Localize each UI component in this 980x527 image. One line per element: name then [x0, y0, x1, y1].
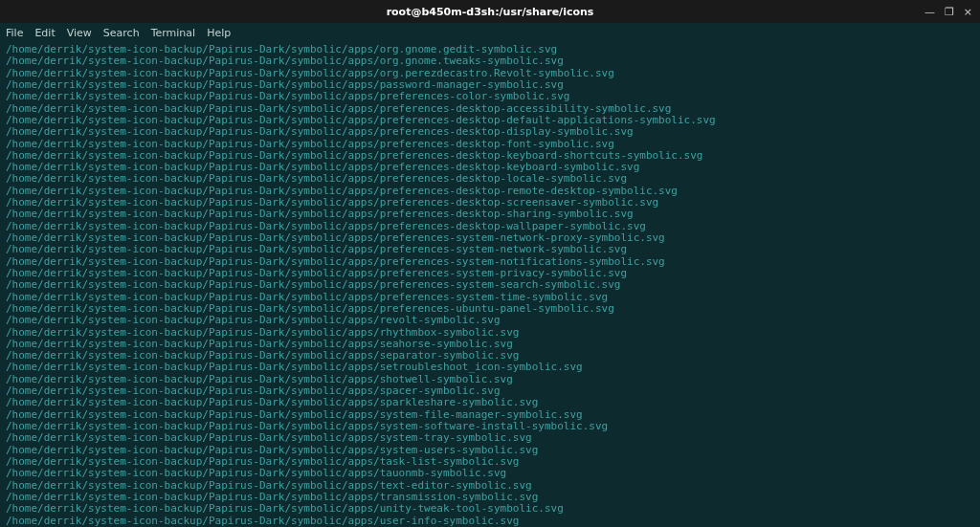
terminal-line: /home/derrik/system-icon-backup/Papirus-…	[6, 209, 974, 220]
terminal-line: /home/derrik/system-icon-backup/Papirus-…	[6, 503, 974, 515]
terminal-line: /home/derrik/system-icon-backup/Papirus-…	[6, 397, 974, 408]
terminal-line: /home/derrik/system-icon-backup/Papirus-…	[6, 139, 974, 150]
terminal-line: /home/derrik/system-icon-backup/Papirus-…	[6, 55, 974, 67]
terminal-line: /home/derrik/system-icon-backup/Papirus-…	[6, 315, 974, 326]
terminal-line: /home/derrik/system-icon-backup/Papirus-…	[6, 327, 974, 339]
terminal-line: /home/derrik/system-icon-backup/Papirus-…	[6, 362, 974, 373]
minimize-button[interactable]: —	[924, 6, 935, 18]
terminal-line: /home/derrik/system-icon-backup/Papirus-…	[6, 126, 974, 138]
terminal-output[interactable]: /home/derrik/system-icon-backup/Papirus-…	[0, 42, 980, 527]
menu-terminal[interactable]: Terminal	[151, 27, 196, 39]
terminal-line: /home/derrik/system-icon-backup/Papirus-…	[6, 173, 974, 185]
menubar: File Edit View Search Terminal Help	[0, 23, 980, 42]
close-button[interactable]: ×	[964, 6, 972, 18]
terminal-line: /home/derrik/system-icon-backup/Papirus-…	[6, 432, 974, 444]
menu-view[interactable]: View	[67, 27, 92, 39]
menu-edit[interactable]: Edit	[34, 27, 55, 39]
titlebar: root@b450m-d3sh:/usr/share/icons — ❐ ×	[0, 0, 980, 23]
terminal-line: /home/derrik/system-icon-backup/Papirus-…	[6, 91, 974, 102]
menu-help[interactable]: Help	[207, 27, 231, 39]
maximize-button[interactable]: ❐	[945, 6, 954, 18]
menu-file[interactable]: File	[6, 27, 23, 39]
terminal-line: /home/derrik/system-icon-backup/Papirus-…	[6, 279, 974, 291]
window-title: root@b450m-d3sh:/usr/share/icons	[387, 6, 594, 18]
menu-search[interactable]: Search	[103, 27, 140, 39]
terminal-line: /home/derrik/system-icon-backup/Papirus-…	[6, 516, 974, 527]
window-controls: — ❐ ×	[924, 6, 972, 18]
terminal-line: /home/derrik/system-icon-backup/Papirus-…	[6, 244, 974, 255]
terminal-line: /home/derrik/system-icon-backup/Papirus-…	[6, 468, 974, 479]
